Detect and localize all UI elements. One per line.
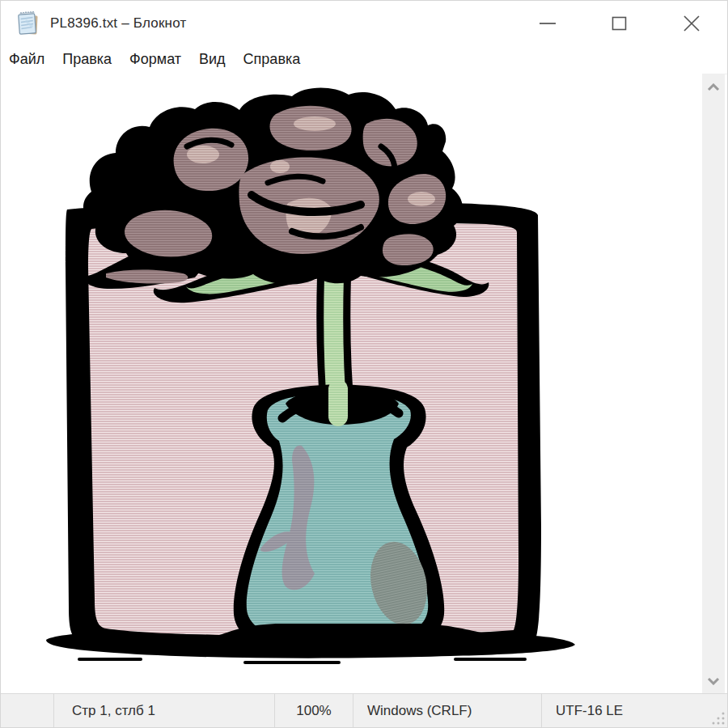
resize-grip-icon[interactable] bbox=[711, 711, 726, 726]
close-button[interactable] bbox=[655, 1, 727, 45]
rose-flower bbox=[83, 88, 463, 289]
rose-highlight bbox=[270, 160, 290, 173]
artwork-canvas bbox=[1, 74, 704, 695]
notepad-icon bbox=[15, 11, 40, 36]
menu-view[interactable]: Вид bbox=[190, 45, 235, 74]
chevron-down-icon bbox=[707, 677, 720, 685]
scroll-up-button[interactable] bbox=[702, 75, 725, 99]
close-icon bbox=[682, 14, 701, 33]
vase bbox=[234, 384, 444, 650]
status-cursor-position: Стр 1, стлб 1 bbox=[54, 694, 275, 727]
title-bar[interactable]: PL8396.txt – Блокнот bbox=[1, 1, 727, 45]
window-title: PL8396.txt – Блокнот bbox=[50, 15, 186, 32]
menu-file[interactable]: Файл bbox=[1, 45, 53, 74]
status-spacer bbox=[1, 694, 54, 727]
minimize-icon bbox=[539, 15, 557, 32]
menu-help[interactable]: Справка bbox=[235, 45, 310, 74]
window-controls bbox=[511, 1, 727, 45]
maximize-button[interactable] bbox=[583, 1, 655, 45]
vertical-scrollbar[interactable] bbox=[702, 74, 725, 695]
menu-bar: Файл Правка Формат Вид Справка bbox=[1, 45, 727, 74]
rose-highlight bbox=[187, 146, 219, 163]
chevron-up-icon bbox=[707, 83, 720, 91]
status-line-endings: Windows (CRLF) bbox=[353, 694, 542, 727]
scroll-down-button[interactable] bbox=[702, 669, 725, 693]
editor-text-area[interactable] bbox=[1, 74, 704, 695]
status-zoom-level: 100% bbox=[275, 694, 353, 727]
status-bar: Стр 1, стлб 1 100% Windows (CRLF) UTF-16… bbox=[1, 693, 727, 727]
maximize-icon bbox=[611, 15, 629, 32]
minimize-button[interactable] bbox=[511, 1, 583, 45]
menu-edit[interactable]: Правка bbox=[53, 45, 121, 74]
notepad-window: PL8396.txt – Блокнот Файл Правка Формат … bbox=[0, 0, 728, 728]
rose-highlight bbox=[408, 192, 435, 206]
menu-format[interactable]: Формат bbox=[121, 45, 190, 74]
rose-highlight bbox=[294, 116, 336, 131]
status-encoding: UTF-16 LE bbox=[542, 694, 727, 727]
